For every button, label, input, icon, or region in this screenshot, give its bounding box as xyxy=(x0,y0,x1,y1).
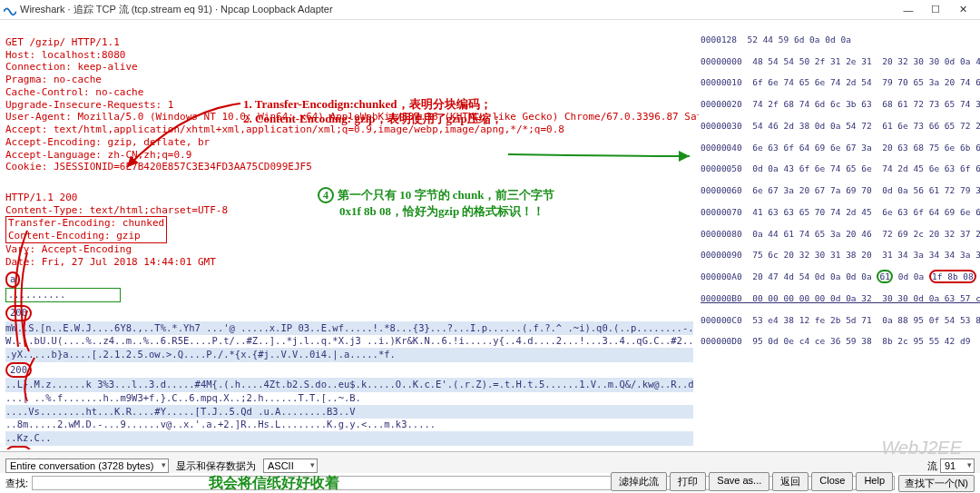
hex-chunk-a-marker: 61 xyxy=(877,270,892,283)
titlebar: Wireshark · 追踪 TCP 流 (tcp.stream eq 91) … xyxy=(0,0,980,20)
stream-label: 流 xyxy=(927,459,937,473)
hex-dump[interactable]: 0000128 52 44 59 6d 0a 0d 0a SID.... 000… xyxy=(699,20,980,449)
chunk-marker-200-3: 200 xyxy=(5,446,32,449)
first-chunk-bytes: .......... xyxy=(5,288,121,302)
chunk-marker-a: a xyxy=(5,271,20,288)
close-window-button[interactable]: ✕ xyxy=(949,1,976,19)
close-button[interactable]: Close xyxy=(811,472,853,491)
help-button[interactable]: Help xyxy=(856,472,893,491)
conversation-combo[interactable]: Entire conversation (3728 bytes) xyxy=(5,458,169,473)
watermark: WebJ2EE xyxy=(881,438,962,458)
encoding-combo[interactable]: ASCII xyxy=(263,458,318,473)
find-next-button[interactable]: 查找下一个(N) xyxy=(898,475,975,492)
filter-stream-button[interactable]: 滤掉此流 xyxy=(611,472,667,491)
data-body[interactable]: a .......... 200 mW..S.[n..E.W.J....6Y8.… xyxy=(5,271,693,449)
chunk-marker-200-2: 200 xyxy=(5,362,32,379)
annotation-4b: 0x1f 8b 08，恰好为gzip 的格式标识！！ xyxy=(339,203,544,220)
save-as-button[interactable]: Save as... xyxy=(709,472,769,491)
find-label: 查找: xyxy=(5,477,28,490)
transfer-encoding-header[interactable]: Transfer-Encoding: chunked Content-Encod… xyxy=(5,216,167,243)
window-title: Wireshark · 追踪 TCP 流 (tcp.stream eq 91) … xyxy=(20,3,895,16)
print-button[interactable]: 打印 xyxy=(670,472,706,491)
hex-gzip-magic: 1f 8b 08 xyxy=(929,270,976,283)
minimize-button[interactable]: — xyxy=(895,1,922,19)
maximize-button[interactable]: ☐ xyxy=(922,1,949,19)
chunk-marker-200-1: 200 xyxy=(5,305,32,321)
button-bar: 流 91 xyxy=(927,458,975,473)
wireshark-icon xyxy=(4,4,16,16)
stream-number-input[interactable]: 91 xyxy=(940,458,975,473)
back-button[interactable]: 返回 xyxy=(772,472,808,491)
bottom-decoration-text: 我会将信纸好好收着 xyxy=(209,474,339,493)
display-save-label: 显示和保存数据为 xyxy=(176,459,256,473)
stream-content: GET /gzip/ HTTP/1.1 Host: localhost:8080… xyxy=(0,20,699,449)
annotation-4: 4第一个只有 10 字节的 chunk，前三个字节 xyxy=(318,187,554,203)
annotation-1b: 2. Content-Encoding: gzip，表明使用了gzip压缩； xyxy=(243,111,503,127)
